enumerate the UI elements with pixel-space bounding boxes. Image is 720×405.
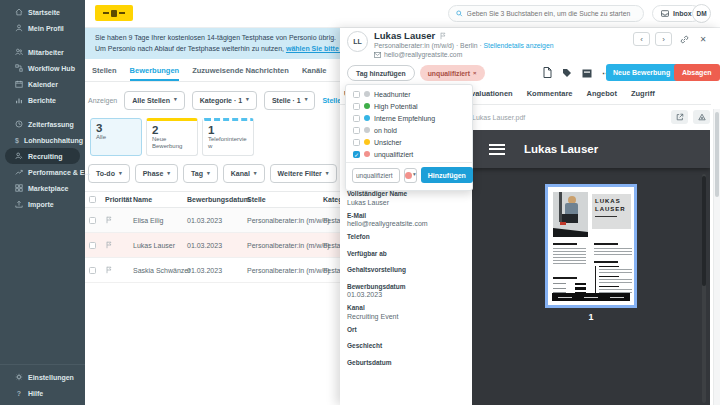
tag-option-on-hold[interactable]: on hold — [346, 124, 472, 136]
filter-chip-todo[interactable]: To-do▾ — [88, 164, 130, 183]
tab-bewerbungen[interactable]: Bewerbungen — [130, 66, 180, 81]
select-all-checkbox[interactable] — [89, 196, 96, 203]
sidebar-item-performance[interactable]: Performance & E... — [5, 164, 80, 180]
sidebar-item-workflow-hub[interactable]: Workflow Hub — [5, 60, 80, 76]
sidebar-item-label: Mitarbeiter — [28, 49, 64, 56]
pdf-scrollbar[interactable] — [702, 174, 706, 403]
sidebar-item-marketplace[interactable]: Marketplace — [5, 180, 80, 196]
tag-icon[interactable] — [562, 68, 572, 78]
checkbox[interactable] — [353, 103, 360, 110]
filter-alle-stellen[interactable]: Alle Stellen▾ — [124, 91, 185, 110]
open-external-button[interactable] — [671, 110, 688, 124]
new-application-button[interactable]: Neue Bewerbung▾ — [606, 64, 684, 81]
search-input[interactable] — [467, 10, 636, 17]
menu-icon[interactable] — [489, 141, 505, 157]
remove-tag-icon[interactable]: × — [473, 70, 477, 76]
sidebar-item-label: Startseite — [28, 9, 60, 16]
tag-color-picker[interactable]: ▾ — [404, 168, 417, 183]
new-tag-input[interactable] — [352, 168, 400, 183]
sidebar-item-mein-profil[interactable]: Mein Profil — [5, 20, 80, 36]
chevron-down-icon: ▾ — [413, 172, 416, 178]
candidate-avatar: LL — [347, 31, 368, 52]
tag-option-unsicher[interactable]: Unsicher — [346, 136, 472, 148]
download-button[interactable] — [693, 110, 710, 124]
sidebar-item-kalender[interactable]: Kalender — [5, 76, 80, 92]
stellendetails-link[interactable]: Stellendetails anzeigen — [484, 42, 554, 49]
tab-stellen[interactable]: Stellen — [92, 66, 117, 81]
sidebar-item-einstellungen[interactable]: Einstellungen — [5, 369, 80, 385]
tab-zugriff[interactable]: Zugriff — [631, 89, 655, 104]
pdf-scrollbar-thumb[interactable] — [702, 176, 706, 286]
flag-icon[interactable] — [105, 241, 113, 249]
tab-kanaele[interactable]: Kanäle — [302, 66, 327, 81]
chevron-down-icon: ▾ — [246, 97, 249, 103]
card-neue-bewerbung[interactable]: 2 Neue Bewerbung — [146, 118, 198, 156]
topbar: Inbox DM — [85, 0, 720, 28]
chevron-down-icon: ▾ — [254, 171, 257, 177]
candidate-name: Lukas Lauser — [374, 30, 447, 41]
card-telefoninterview[interactable]: 1 Telefoninterview — [202, 118, 254, 156]
filter-chip-tag[interactable]: Tag▾ — [183, 164, 218, 183]
sidebar-item-label: Zeiterfassung — [28, 121, 74, 128]
resume-photo — [553, 192, 588, 237]
tag-pill-unqualifiziert[interactable]: unqualifiziert× — [420, 65, 485, 81]
tag-option-interne-empfehlung[interactable]: Interne Empfehlung — [346, 112, 472, 124]
copy-link-button[interactable] — [677, 32, 691, 46]
sidebar-item-mitarbeiter[interactable]: Mitarbeiter — [5, 44, 80, 60]
sidebar-item-label: Performance & E... — [28, 169, 90, 176]
checkbox-checked[interactable]: ✓ — [353, 151, 360, 158]
filter-stelle[interactable]: Stelle · 1▾ — [264, 91, 316, 110]
sidebar-item-zeiterfassung[interactable]: Zeiterfassung — [5, 116, 80, 132]
add-tag-confirm-button[interactable]: Hinzufügen — [421, 167, 473, 183]
filter-kategorie[interactable]: Kategorie · 1▾ — [192, 91, 257, 110]
checkbox[interactable] — [353, 91, 360, 98]
global-search[interactable] — [448, 5, 644, 22]
company-logo[interactable] — [95, 5, 133, 21]
next-candidate-button[interactable]: › — [655, 32, 672, 46]
prev-candidate-button[interactable]: ‹ — [633, 32, 650, 46]
flag-icon[interactable] — [105, 266, 113, 274]
card-alle[interactable]: 3 Alle — [90, 118, 142, 156]
tag-color-dot — [364, 115, 370, 121]
user-avatar[interactable]: DM — [692, 4, 711, 23]
sidebar-item-berichte[interactable]: Berichte — [5, 92, 80, 108]
tab-zuzuweisende-nachrichten[interactable]: Zuzuweisende Nachrichten — [192, 66, 289, 81]
tag-color-dot — [364, 103, 370, 109]
panel-scrollbar-thumb[interactable] — [715, 112, 719, 197]
pdf-page-thumbnail[interactable]: LUKAS LAUSER — [545, 184, 637, 308]
sidebar-item-recruiting[interactable]: Recruiting — [5, 148, 80, 164]
tag-option-headhunter[interactable]: Headhunter — [346, 88, 472, 100]
row-checkbox[interactable] — [89, 217, 96, 224]
bar-chart-icon — [15, 96, 23, 104]
tab-angebot[interactable]: Angebot — [587, 89, 617, 104]
checkbox[interactable] — [353, 139, 360, 146]
row-checkbox[interactable] — [89, 267, 96, 274]
filter-chip-weitere-filter[interactable]: Weitere Filter▾ — [270, 164, 337, 183]
sidebar-item-lohnbuchhaltung[interactable]: $ Lohnbuchhaltung — [5, 132, 80, 148]
users-icon — [15, 48, 23, 56]
resume-about-section — [553, 243, 586, 265]
flag-icon[interactable] — [105, 216, 113, 224]
sidebar-item-hilfe[interactable]: ? Hilfe — [5, 385, 80, 401]
calendar-icon[interactable] — [582, 68, 592, 78]
sidebar-item-importe[interactable]: Importe — [5, 196, 80, 212]
tab-kommentare[interactable]: Kommentare — [527, 89, 573, 104]
close-panel-button[interactable]: ✕ — [696, 32, 710, 46]
panel-scrollbar[interactable] — [713, 109, 720, 405]
add-tag-button[interactable]: Tag hinzufügen — [347, 65, 415, 81]
filter-chip-kanal[interactable]: Kanal▾ — [223, 164, 265, 183]
flag-icon[interactable] — [439, 32, 447, 40]
sidebar-item-startseite[interactable]: Startseite — [5, 4, 80, 20]
checkbox[interactable] — [353, 127, 360, 134]
sidebar-item-label: Recruiting — [28, 153, 63, 160]
mail-icon — [374, 52, 381, 58]
inbox-icon — [661, 10, 669, 17]
tag-option-high-potential[interactable]: High Potential — [346, 100, 472, 112]
tag-option-unqualifiziert[interactable]: ✓ unqualifiziert — [346, 148, 472, 160]
candidate-action-icons: ⋯ — [543, 67, 611, 78]
checkbox[interactable] — [353, 115, 360, 122]
document-icon[interactable] — [543, 67, 552, 78]
row-checkbox[interactable] — [89, 242, 96, 249]
filter-chip-phase[interactable]: Phase▾ — [135, 164, 178, 183]
reject-button[interactable]: Absagen — [674, 64, 720, 81]
